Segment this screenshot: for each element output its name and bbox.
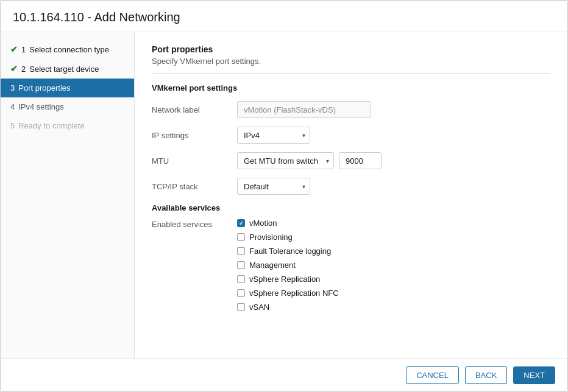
main-content: Port properties Specify VMkernel port se…	[135, 32, 567, 359]
sidebar: ✔ 1 Select connection type ✔ 2 Select ta…	[1, 32, 135, 359]
tcpip-stack-select[interactable]: Default vMotion Provisioning	[237, 178, 310, 195]
mtu-label: MTU	[152, 156, 237, 166]
sidebar-item-step1[interactable]: ✔ 1 Select connection type	[1, 40, 134, 59]
next-button[interactable]: NEXT	[513, 366, 555, 384]
services-list: vMotion Provisioning Fault Tolerance log…	[237, 219, 339, 312]
network-label-control	[237, 101, 371, 118]
sidebar-item-text-step3: Port properties	[18, 83, 70, 93]
mtu-select[interactable]: Get MTU from switch 1500 9000 Custom	[237, 152, 334, 169]
service-label-vsphere-replication: vSphere Replication	[249, 275, 320, 284]
sidebar-item-step5: 5 Ready to complete	[1, 116, 134, 135]
section-title: Port properties	[152, 44, 550, 54]
tcpip-stack-control: Default vMotion Provisioning ▾	[237, 178, 310, 195]
service-item-provisioning[interactable]: Provisioning	[237, 233, 339, 242]
service-item-vsphere-replication[interactable]: vSphere Replication	[237, 275, 339, 284]
service-label-management: Management	[249, 261, 296, 270]
checkbox-provisioning[interactable]	[237, 233, 245, 241]
dialog-title: 10.1.164.110 - Add Networking	[1, 1, 567, 32]
ip-settings-label: IP settings	[152, 131, 237, 140]
cancel-button[interactable]: CANCEL	[406, 366, 459, 384]
section-desc: Specify VMkernel port settings.	[152, 57, 550, 66]
service-item-vsphere-replication-nfc[interactable]: vSphere Replication NFC	[237, 289, 339, 298]
dialog-footer: CANCEL BACK NEXT	[1, 359, 567, 391]
service-item-fault-tolerance[interactable]: Fault Tolerance logging	[237, 247, 339, 256]
sidebar-item-step4[interactable]: 4 IPv4 settings	[1, 97, 134, 116]
sidebar-item-step2[interactable]: ✔ 2 Select target device	[1, 59, 134, 79]
checkbox-vsphere-replication-nfc[interactable]	[237, 289, 245, 297]
sidebar-item-text-step2: Select target device	[29, 65, 99, 74]
dialog-body: ✔ 1 Select connection type ✔ 2 Select ta…	[1, 32, 567, 359]
ip-settings-control: IPv4 IPv6 IPv4 and IPv6 ▾	[237, 127, 310, 144]
step-number-step5: 5	[10, 121, 15, 130]
checkbox-vmotion[interactable]	[237, 219, 245, 227]
mtu-number-input[interactable]	[339, 152, 382, 169]
service-label-provisioning: Provisioning	[249, 233, 293, 242]
ip-settings-select[interactable]: IPv4 IPv6 IPv4 and IPv6	[237, 127, 310, 144]
checkbox-vsan[interactable]	[237, 303, 245, 311]
available-services-title: Available services	[152, 203, 550, 212]
mtu-select-wrapper: Get MTU from switch 1500 9000 Custom ▾	[237, 152, 334, 169]
tcpip-stack-label: TCP/IP stack	[152, 182, 237, 191]
mtu-control: Get MTU from switch 1500 9000 Custom ▾	[237, 152, 382, 169]
check-icon-step1: ✔	[10, 44, 18, 54]
divider	[152, 73, 550, 74]
step-number-step4: 4	[10, 102, 15, 111]
check-icon-step2: ✔	[10, 64, 18, 74]
add-networking-dialog: 10.1.164.110 - Add Networking ✔ 1 Select…	[0, 0, 568, 392]
ip-settings-select-wrapper: IPv4 IPv6 IPv4 and IPv6 ▾	[237, 127, 310, 144]
checkbox-management[interactable]	[237, 261, 245, 269]
enabled-services-label: Enabled services	[152, 219, 237, 229]
services-row: Enabled services vMotion Provisioning Fa…	[152, 219, 550, 312]
back-button[interactable]: BACK	[465, 366, 507, 384]
sidebar-item-text-step4: IPv4 settings	[18, 102, 63, 111]
checkbox-fault-tolerance[interactable]	[237, 247, 245, 255]
ip-settings-row: IP settings IPv4 IPv6 IPv4 and IPv6 ▾	[152, 127, 550, 144]
sidebar-item-label-step2: 2	[21, 65, 26, 74]
tcpip-stack-select-wrapper: Default vMotion Provisioning ▾	[237, 178, 310, 195]
sidebar-item-label-step1: 1	[21, 45, 26, 54]
mtu-row: MTU Get MTU from switch 1500 9000 Custom…	[152, 152, 550, 169]
service-label-vmotion: vMotion	[249, 219, 277, 228]
service-label-fault-tolerance: Fault Tolerance logging	[249, 247, 331, 256]
step-number-step3: 3	[10, 83, 15, 93]
network-label-input[interactable]	[237, 101, 371, 118]
service-label-vsphere-replication-nfc: vSphere Replication NFC	[249, 289, 339, 298]
sidebar-item-step3[interactable]: 3 Port properties	[1, 79, 134, 97]
sidebar-item-text-step5: Ready to complete	[18, 121, 84, 130]
service-item-management[interactable]: Management	[237, 261, 339, 270]
network-label-row: Network label	[152, 101, 550, 118]
network-label-label: Network label	[152, 105, 237, 114]
checkbox-vsphere-replication[interactable]	[237, 275, 245, 283]
service-item-vsan[interactable]: vSAN	[237, 303, 339, 312]
tcpip-stack-row: TCP/IP stack Default vMotion Provisionin…	[152, 178, 550, 195]
service-label-vsan: vSAN	[249, 303, 269, 312]
subsection-title: VMkernel port settings	[152, 83, 550, 93]
service-item-vmotion[interactable]: vMotion	[237, 219, 339, 228]
sidebar-item-text-step1: Select connection type	[29, 45, 109, 54]
